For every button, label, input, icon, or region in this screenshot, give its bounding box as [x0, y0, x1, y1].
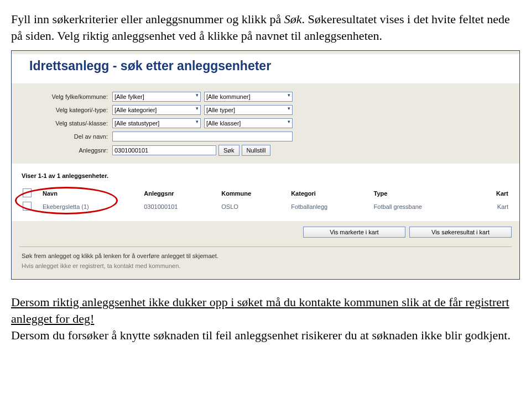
- col-anleggsnr: Anleggsnr: [140, 187, 218, 200]
- row-del-av-navn: Del av navn:: [19, 132, 512, 141]
- post-plain: Dersom du forsøker å knytte søknaden til…: [11, 328, 511, 342]
- results-table: Navn Anleggsnr Kommune Kategori Type Kar…: [19, 187, 512, 213]
- intro-part1: Fyll inn søkerkriterier eller anleggsnum…: [11, 12, 284, 26]
- cell-kart-link[interactable]: Kart: [476, 200, 512, 213]
- label-status-klasse: Velg status/-klasse:: [19, 120, 112, 127]
- select-kategori[interactable]: [Alle kategorier]: [112, 105, 201, 115]
- col-kart: Kart: [476, 187, 512, 200]
- reset-button[interactable]: Nullstill: [242, 145, 271, 156]
- select-klasse[interactable]: [Alle klasser]: [204, 118, 293, 128]
- checkbox-row[interactable]: [23, 202, 32, 211]
- col-kommune: Kommune: [218, 187, 288, 200]
- cell-kategori: Fotballanlegg: [288, 200, 370, 213]
- cell-kommune: OSLO: [218, 200, 288, 213]
- show-result-in-map-button[interactable]: Vis søkeresultat i kart: [409, 227, 512, 238]
- search-form: Velg fylke/kommune: [Alle fylker] [Alle …: [12, 84, 519, 164]
- label-fylke-kommune: Velg fylke/kommune:: [19, 93, 112, 100]
- cell-anleggsnr: 0301000101: [140, 200, 218, 213]
- cell-type: Fotball gressbane: [371, 200, 476, 213]
- col-navn: Navn: [39, 187, 140, 200]
- divider: [19, 246, 512, 247]
- select-kommune[interactable]: [Alle kommuner]: [204, 92, 293, 102]
- col-type: Type: [371, 187, 476, 200]
- select-fylke[interactable]: [Alle fylker]: [112, 92, 201, 102]
- col-checkbox: [19, 187, 39, 200]
- intro-search-word: Søk: [284, 12, 302, 26]
- select-status[interactable]: [Alle statustyper]: [112, 118, 201, 128]
- search-button[interactable]: Søk: [218, 145, 240, 156]
- show-marked-in-map-button[interactable]: Vis markerte i kart: [303, 227, 405, 238]
- label-anleggsnr: Anleggsnr:: [19, 147, 112, 154]
- row-anleggsnr: Anleggsnr: Søk Nullstill: [19, 145, 512, 156]
- app-frame: Idrettsanlegg - søk etter anleggsenheter…: [11, 50, 520, 280]
- col-kategori: Kategori: [288, 187, 370, 200]
- notice-area: Søk frem anlegget og klikk på lenken for…: [12, 241, 519, 276]
- app-title: Idrettsanlegg - søk etter anleggsenheter: [12, 54, 519, 84]
- results-wrap: Viser 1-1 av 1 anleggsenheter. Navn Anle…: [12, 164, 519, 221]
- cell-navn[interactable]: Ekebergsletta (1): [39, 200, 140, 213]
- results-count: Viser 1-1 av 1 anleggsenheter.: [19, 172, 512, 179]
- notice-line-2: Hvis anlegget ikke er registrert, ta kon…: [19, 262, 512, 269]
- table-header-row: Navn Anleggsnr Kommune Kategori Type Kar…: [19, 187, 512, 200]
- post-instructions: Dersom riktig anleggsenhet ikke dukker o…: [11, 294, 520, 343]
- results-button-row: Vis markerte i kart Vis søkeresultat i k…: [12, 221, 519, 241]
- intro-instructions: Fyll inn søkerkriterier eller anleggsnum…: [11, 11, 520, 44]
- table-row: Ekebergsletta (1) 0301000101 OSLO Fotbal…: [19, 200, 512, 213]
- results-area: Viser 1-1 av 1 anleggsenheter. Navn Anle…: [12, 164, 519, 221]
- checkbox-all[interactable]: [23, 188, 32, 197]
- label-kategori-type: Velg kategori/-type:: [19, 107, 112, 113]
- row-status-klasse: Velg status/-klasse: [Alle statustyper] …: [19, 118, 512, 128]
- input-anleggsnr[interactable]: [112, 145, 216, 155]
- label-del-av-navn: Del av navn:: [19, 133, 112, 140]
- notice-line-1: Søk frem anlegget og klikk på lenken for…: [19, 253, 512, 259]
- row-kategori-type: Velg kategori/-type: [Alle kategorier] […: [19, 105, 512, 115]
- select-type[interactable]: [Alle typer]: [204, 105, 293, 115]
- input-del-av-navn[interactable]: [112, 132, 293, 141]
- post-underline: Dersom riktig anleggsenhet ikke dukker o…: [11, 295, 509, 326]
- row-fylke-kommune: Velg fylke/kommune: [Alle fylker] [Alle …: [19, 92, 512, 102]
